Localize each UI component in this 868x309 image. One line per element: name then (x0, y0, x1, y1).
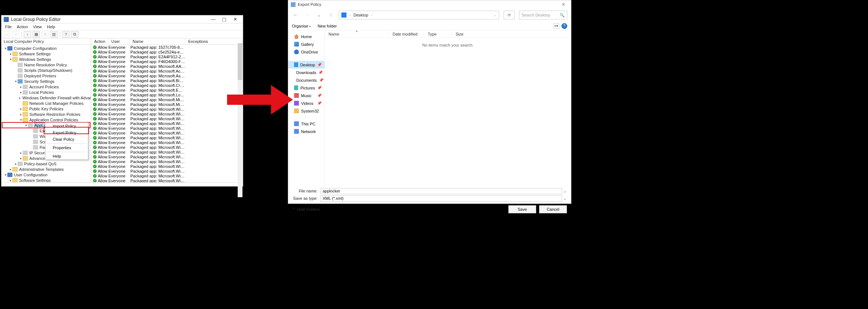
filetype-dropdown[interactable]: ⌄ (562, 196, 567, 201)
expander-icon[interactable]: ▸ (19, 91, 23, 94)
expander-icon[interactable]: ▸ (19, 151, 23, 155)
table-row[interactable]: ✓AllowEveryonePackaged app: Microsoft.Wi… (91, 126, 243, 130)
view-options-button[interactable]: ≡▾ (553, 23, 559, 29)
nav-downloads[interactable]: Downloads📌 (288, 69, 324, 76)
expander-icon[interactable]: ▾ (4, 47, 7, 50)
hide-folders-button[interactable]: ⌃ Hide Folders (292, 207, 320, 212)
nav-documents[interactable]: Documents📌 (288, 76, 324, 84)
menu-file[interactable]: File (5, 25, 12, 29)
new-folder-button[interactable]: New folder (318, 24, 337, 28)
col-name[interactable]: Name (130, 38, 185, 44)
table-row[interactable]: ✓AllowEveryonePackaged app: Microsoft.As… (91, 73, 243, 78)
expander-icon[interactable]: ▸ (19, 96, 21, 100)
filetype-select[interactable]: XML (*.xml) (320, 195, 562, 202)
expander-icon[interactable]: ▸ (9, 179, 12, 182)
table-row[interactable]: ✓AllowEveryonePackaged app: Microsoft.Wi… (91, 107, 243, 111)
close-button[interactable]: ✕ (230, 16, 241, 22)
expander-icon[interactable]: ▸ (19, 85, 23, 89)
tree-policy-qos[interactable]: Policy-based QoS (24, 162, 56, 166)
tree-scripts[interactable]: Scripts (Startup/Shutdown) (24, 68, 72, 73)
table-row[interactable]: ✓AllowEveryonePackaged app: Microsoft.Mi… (91, 102, 243, 107)
table-row[interactable]: ✓AllowEveryonePackaged app: 1527c705-839… (91, 45, 243, 49)
table-row[interactable]: ✓AllowEveryonePackaged app: Microsoft.Lo… (91, 92, 243, 97)
col-date-modified[interactable]: Date modified (389, 32, 424, 36)
table-row[interactable]: ✓AllowEveryonePackaged app: Microsoft.Ac… (91, 69, 243, 73)
tree-windows-firewall[interactable]: Windows Defender Firewall with Advanced … (22, 96, 91, 100)
table-row[interactable]: ✓AllowEveryonePackaged app: Microsoft.Bi… (91, 78, 243, 83)
table-row[interactable]: ✓AllowEveryonePackaged app: F46D4000-FD2… (91, 59, 243, 64)
table-row[interactable]: ✓AllowEveryonePackaged app: Microsoft.Cr… (91, 83, 243, 88)
expander-icon[interactable]: ▾ (9, 58, 12, 61)
nav-desktop[interactable]: Desktop📌 (288, 61, 324, 69)
menu-view[interactable]: View (33, 25, 42, 29)
search-input[interactable]: Search Desktop 🔍 (519, 11, 567, 19)
grid-scrollbar[interactable] (238, 43, 242, 197)
table-row[interactable]: ✓AllowEveryonePackaged app: Microsoft.Wi… (91, 145, 243, 150)
table-row[interactable]: ✓AllowEveryonePackaged app: Microsoft.Wi… (91, 121, 243, 126)
properties-button[interactable]: ▥ (50, 31, 58, 38)
forward-button[interactable]: → (304, 11, 311, 19)
expander-icon[interactable]: ▾ (14, 80, 18, 83)
table-row[interactable]: ✓AllowEveryonePackaged app: Microsoft.Wi… (91, 164, 243, 169)
col-size[interactable]: Size (452, 32, 571, 36)
table-row[interactable]: ✓AllowEveryonePackaged app: Microsoft.Wi… (91, 135, 243, 140)
tree-software-settings-user[interactable]: Software Settings (19, 178, 51, 183)
breadcrumb-desktop[interactable]: Desktop (353, 13, 368, 17)
up-button[interactable]: ↑ (24, 31, 31, 38)
show-hide-tree-button[interactable]: ▦ (33, 31, 40, 38)
expander-icon[interactable]: ▸ (19, 157, 23, 160)
tree-account-policies[interactable]: Account Policies (29, 85, 59, 89)
table-row[interactable]: ✓AllowEveryonePackaged app: Microsoft.AA… (91, 64, 243, 69)
menu-import-policy[interactable]: Import Policy... (45, 123, 88, 129)
menu-help[interactable]: Help (45, 153, 88, 159)
back-button[interactable]: ← (3, 31, 10, 38)
organise-button[interactable]: Organise (292, 24, 311, 28)
refresh-button[interactable]: ⟳ (504, 11, 515, 19)
tree-name-resolution-policy[interactable]: Name Resolution Policy (24, 63, 67, 67)
nav-network[interactable]: Network (288, 128, 324, 135)
help-button[interactable]: ? (62, 31, 70, 38)
up-button[interactable]: ↑ (327, 11, 334, 19)
menu-action[interactable]: Action (17, 25, 28, 29)
col-type[interactable]: Type (424, 32, 452, 36)
tree-software-settings[interactable]: Software Settings (19, 52, 51, 56)
tree-software-restriction[interactable]: Software Restriction Policies (29, 112, 80, 117)
tree-root-label[interactable]: Local Computer Policy (1, 38, 91, 45)
expander-icon[interactable]: ▾ (24, 124, 28, 127)
col-name[interactable]: Name (325, 32, 389, 36)
nav-home[interactable]: Home (288, 33, 324, 40)
dialog-close-button[interactable]: ✕ (558, 2, 568, 7)
tree-public-key-policies[interactable]: Public Key Policies (29, 107, 63, 111)
expander-icon[interactable]: ▸ (19, 107, 23, 111)
tree-computer-configuration[interactable]: Computer Configuration (14, 46, 57, 51)
filter-button[interactable]: ⧉ (71, 31, 78, 38)
recent-locations-button[interactable]: ⌄ (315, 11, 323, 19)
tree-network-list-manager[interactable]: Network List Manager Policies (29, 101, 84, 106)
filename-input[interactable]: applocker (320, 188, 562, 194)
chevron-down-icon[interactable]: ⌄ (494, 13, 497, 17)
delete-button[interactable]: Ｘ (41, 31, 49, 38)
expander-icon[interactable]: ▾ (4, 173, 7, 177)
col-action[interactable]: Action (91, 38, 108, 44)
expander-icon[interactable]: ▸ (9, 168, 12, 171)
tree-deployed-printers[interactable]: Deployed Printers (24, 74, 56, 78)
tree-admin-templates[interactable]: Administrative Templates (19, 167, 64, 172)
table-row[interactable]: ✓AllowEveryonePackaged app: Microsoft.Wi… (91, 150, 243, 154)
menu-clear-policy[interactable]: Clear Policy (45, 136, 88, 143)
col-user[interactable]: User (108, 38, 130, 44)
help-button[interactable]: ? (561, 23, 567, 29)
table-row[interactable]: ✓AllowEveryonePackaged app: Microsoft.Mi… (91, 97, 243, 102)
filename-dropdown[interactable]: ⌄ (562, 189, 567, 194)
forward-button[interactable]: → (12, 31, 19, 38)
table-row[interactable]: ✓AllowEveryonePackaged app: Microsoft.Wi… (91, 130, 243, 135)
expander-icon[interactable]: ▾ (19, 118, 23, 122)
tree-security-settings[interactable]: Security Settings (24, 79, 55, 84)
tree-application-control[interactable]: Application Control Policies (29, 118, 78, 122)
minimize-button[interactable]: — (208, 16, 219, 22)
expander-icon[interactable]: ▸ (19, 113, 23, 116)
nav-onedrive[interactable]: OneDrive (288, 48, 324, 56)
table-row[interactable]: ✓AllowEveryonePackaged app: Microsoft.Wi… (91, 116, 243, 121)
expander-icon[interactable]: ▸ (14, 162, 18, 166)
nav-this-pc[interactable]: This PC (288, 120, 324, 128)
tree-local-policies[interactable]: Local Policies (29, 90, 54, 95)
